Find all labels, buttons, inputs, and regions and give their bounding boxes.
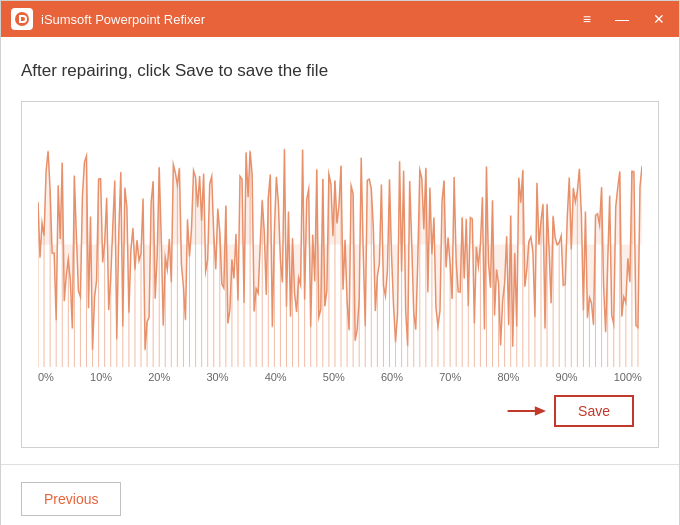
repair-chart <box>38 122 642 367</box>
previous-button[interactable]: Previous <box>21 482 121 516</box>
svg-marker-2 <box>535 406 546 416</box>
minimize-icon[interactable]: — <box>611 10 633 28</box>
arrow-icon <box>506 401 546 421</box>
close-icon[interactable]: ✕ <box>649 10 669 28</box>
x-label-50: 50% <box>323 371 345 383</box>
x-label-0: 0% <box>38 371 54 383</box>
x-label-40: 40% <box>265 371 287 383</box>
x-axis: 0% 10% 20% 30% 40% 50% 60% 70% 80% 90% 1… <box>38 367 642 385</box>
instruction-text: After repairing, click Save to save the … <box>21 61 659 81</box>
x-label-70: 70% <box>439 371 461 383</box>
menu-icon[interactable]: ≡ <box>579 10 595 28</box>
x-label-20: 20% <box>148 371 170 383</box>
app-window: iSumsoft Powerpoint Refixer ≡ — ✕ After … <box>0 0 680 525</box>
window-controls: ≡ — ✕ <box>579 10 669 28</box>
titlebar: iSumsoft Powerpoint Refixer ≡ — ✕ <box>1 1 679 37</box>
chart-area <box>38 122 642 367</box>
x-label-90: 90% <box>556 371 578 383</box>
app-title: iSumsoft Powerpoint Refixer <box>41 12 579 27</box>
save-button[interactable]: Save <box>554 395 634 427</box>
x-label-10: 10% <box>90 371 112 383</box>
x-label-100: 100% <box>614 371 642 383</box>
save-row: Save <box>38 395 642 439</box>
app-logo-icon <box>11 8 33 30</box>
x-label-80: 80% <box>497 371 519 383</box>
x-label-60: 60% <box>381 371 403 383</box>
bottom-bar: Previous <box>1 464 679 525</box>
main-content: After repairing, click Save to save the … <box>1 37 679 464</box>
chart-container: 0% 10% 20% 30% 40% 50% 60% 70% 80% 90% 1… <box>21 101 659 448</box>
x-label-30: 30% <box>206 371 228 383</box>
